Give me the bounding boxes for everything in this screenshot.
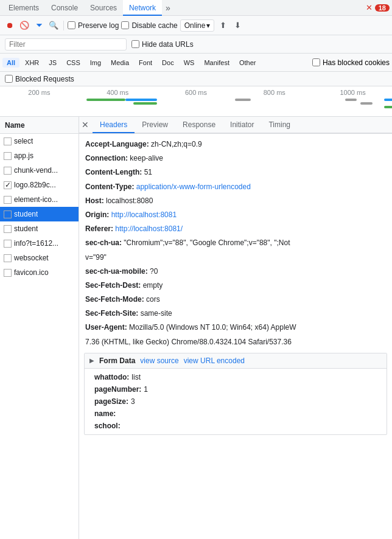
view-url-encoded-link[interactable]: view URL encoded: [184, 356, 245, 365]
close-detail-button[interactable]: ✕: [82, 117, 89, 133]
filter-input-wrap: [5, 38, 127, 50]
type-btn-other[interactable]: Other: [235, 58, 261, 68]
form-data-title: Form Data: [99, 356, 135, 365]
chevron-down-icon: ▾: [206, 21, 210, 30]
file-item[interactable]: element-ico...: [0, 192, 79, 207]
file-item[interactable]: ✓logo.82b9c...: [0, 178, 79, 192]
header-value: 51: [144, 168, 152, 176]
header-line: Content-Length: 51: [79, 165, 392, 179]
hide-data-urls-label[interactable]: Hide data URLs: [131, 40, 194, 49]
tab-network[interactable]: Network: [123, 0, 162, 16]
file-item[interactable]: favicon.ico: [0, 265, 79, 280]
file-name: student: [14, 210, 38, 218]
form-data-row: school:: [94, 420, 377, 432]
form-data-row: name:: [94, 408, 377, 420]
tab-initiator[interactable]: Initiator: [223, 117, 261, 133]
clear-button[interactable]: 🚫: [18, 19, 30, 32]
form-key: name:: [94, 409, 116, 418]
form-value: 3: [131, 397, 135, 406]
file-name: element-ico...: [14, 195, 58, 204]
blocked-requests-checkbox[interactable]: [5, 75, 13, 83]
preserve-log-checkbox[interactable]: [68, 21, 75, 29]
tab-response[interactable]: Response: [175, 117, 223, 133]
timeline-bar-1: [125, 99, 157, 101]
form-value: list: [131, 373, 141, 381]
tab-sources[interactable]: Sources: [84, 0, 123, 16]
online-select[interactable]: Online ▾: [180, 19, 215, 32]
timeline-bar-2: [133, 102, 157, 105]
header-line: sec-ch-ua-mobile: ?0: [79, 265, 392, 279]
form-key: whattodo:: [94, 373, 129, 381]
form-data-toggle-icon[interactable]: ▶: [89, 357, 94, 364]
record-button[interactable]: ⏺: [4, 19, 16, 32]
toolbar: ⏺ 🚫 ⏷ 🔍 Preserve log Disable cache Onlin…: [0, 16, 392, 35]
timeline-bar-5: [360, 102, 372, 105]
tab-timing[interactable]: Timing: [261, 117, 298, 133]
tab-console[interactable]: Console: [45, 0, 84, 16]
file-item[interactable]: info?t=1612...: [0, 236, 79, 251]
header-value: http://localhost:8081: [111, 210, 177, 219]
type-btn-doc[interactable]: Doc: [158, 58, 178, 68]
file-item[interactable]: app.js: [0, 148, 79, 163]
tab-headers[interactable]: Headers: [93, 117, 135, 133]
file-name: favicon.ico: [14, 268, 49, 277]
view-source-link[interactable]: view source: [140, 356, 178, 365]
timeline-bars: [0, 99, 392, 116]
header-line: Sec-Fetch-Dest: empty: [79, 279, 392, 293]
filter-input[interactable]: [9, 40, 122, 49]
file-name: logo.82b9c...: [14, 181, 56, 189]
detail-tabs: ✕ Headers Preview Response Initiator Tim…: [79, 117, 392, 134]
form-data-header: ▶Form Dataview sourceview URL encoded: [85, 353, 387, 369]
file-checkbox: [4, 254, 12, 262]
header-line: Connection: keep-alive: [79, 151, 392, 165]
tab-more[interactable]: »: [162, 3, 174, 13]
file-checkbox: ✓: [4, 181, 12, 189]
type-buttons: AllXHRJSCSSImgMediaFontDocWSManifestOthe…: [2, 58, 260, 68]
close-icon[interactable]: ✕: [366, 3, 373, 12]
form-data-rows: whattodo: listpageNumber: 1pageSize: 3na…: [85, 369, 387, 434]
has-blocked-cookies: Has blocked cookies: [312, 58, 390, 67]
type-btn-manifest[interactable]: Manifest: [200, 58, 234, 68]
header-value: cors: [146, 295, 160, 304]
file-item[interactable]: websocket: [0, 251, 79, 265]
header-value: same-site: [141, 309, 172, 318]
header-key: Accept-Language:: [85, 140, 151, 148]
type-btn-media[interactable]: Media: [107, 58, 133, 68]
header-value: http://localhost:8081/: [115, 224, 183, 233]
tab-preview[interactable]: Preview: [135, 117, 175, 133]
file-checkbox: [4, 210, 12, 218]
type-btn-css[interactable]: CSS: [62, 58, 85, 68]
tab-elements[interactable]: Elements: [2, 0, 45, 16]
type-btn-font[interactable]: Font: [135, 58, 156, 68]
file-name: chunk-vend...: [14, 166, 58, 175]
file-item[interactable]: student: [0, 221, 79, 236]
file-item[interactable]: select: [0, 134, 79, 148]
file-item[interactable]: chunk-vend...: [0, 163, 79, 178]
timeline-bar-0: [86, 99, 125, 101]
header-line: Origin: http://localhost:8081: [79, 208, 392, 222]
header-value: Mozilla/5.0 (Windows NT 10.0; Win64; x64…: [129, 323, 296, 332]
form-key: pageSize:: [94, 397, 128, 406]
timeline-label-400: 400 ms: [79, 89, 157, 96]
type-btn-xhr[interactable]: XHR: [21, 58, 43, 68]
header-line: Sec-Fetch-Mode: cors: [79, 293, 392, 307]
timeline-bar-7: [384, 106, 392, 108]
has-blocked-cookies-checkbox[interactable]: [312, 58, 320, 66]
timeline-labels: 200 ms 400 ms 600 ms 800 ms 1000 ms: [0, 86, 392, 96]
type-btn-img[interactable]: Img: [86, 58, 105, 68]
header-key: sec-ch-ua-mobile:: [85, 267, 150, 276]
file-list-header: Name: [0, 117, 79, 134]
filter-icon-button[interactable]: ⏷: [33, 19, 45, 32]
type-btn-js[interactable]: JS: [44, 58, 61, 68]
disable-cache-checkbox[interactable]: [121, 21, 129, 29]
disable-cache-label[interactable]: Disable cache: [121, 21, 177, 30]
upload-button[interactable]: ⬆: [217, 19, 229, 32]
download-button[interactable]: ⬇: [231, 19, 243, 32]
file-item[interactable]: student: [0, 207, 79, 221]
hide-data-urls-checkbox[interactable]: [131, 40, 139, 48]
type-btn-all[interactable]: All: [2, 58, 19, 68]
search-button[interactable]: 🔍: [47, 19, 60, 32]
file-name: websocket: [14, 254, 49, 262]
preserve-log-label[interactable]: Preserve log: [68, 21, 119, 30]
type-btn-ws[interactable]: WS: [180, 58, 199, 68]
